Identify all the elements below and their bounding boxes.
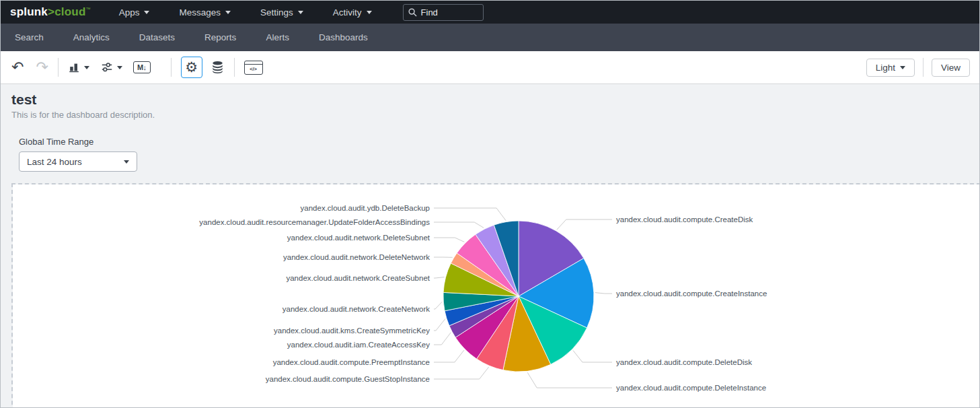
toolbar-right: Light View xyxy=(866,51,970,83)
sliders-icon xyxy=(100,61,114,73)
toolbar-divider xyxy=(234,58,235,77)
menu-activity[interactable]: Activity xyxy=(333,7,372,18)
global-inputs: Global Time Range Last 24 hours xyxy=(19,137,969,172)
leader-line xyxy=(434,350,464,362)
chevron-down-icon xyxy=(298,11,303,14)
leader-line xyxy=(434,333,451,345)
pie-slice-label: yandex.cloud.audit.network.DeleteSubnet xyxy=(287,234,430,242)
gear-icon: ⚙ xyxy=(185,59,198,75)
nav-dashboards[interactable]: Dashboards xyxy=(319,32,368,42)
pie-slice-label: yandex.cloud.audit.compute.DeleteInstanc… xyxy=(616,384,766,392)
search-input[interactable] xyxy=(421,7,475,18)
pie-slice-label: yandex.cloud.audit.compute.GuestStopInst… xyxy=(266,375,430,383)
view-button[interactable]: View xyxy=(932,59,970,77)
pie-slice-label: yandex.cloud.audit.resourcemanager.Updat… xyxy=(199,218,430,226)
leader-line xyxy=(557,219,612,230)
chevron-down-icon xyxy=(84,66,89,69)
configuration-button-selected[interactable]: ⚙ xyxy=(181,57,202,78)
pie-slice-label: yandex.cloud.audit.iam.CreateAccessKey xyxy=(287,341,430,349)
pie-slice-label: yandex.cloud.audit.compute.CreateDisk xyxy=(616,215,753,224)
menu-messages[interactable]: Messages xyxy=(179,7,231,18)
topbar-menus: Apps Messages Settings Activity xyxy=(119,7,372,18)
nav-search[interactable]: Search xyxy=(15,32,44,42)
logo-separator: > xyxy=(48,5,54,18)
edit-toolbar: ↶ ↷ M↓ ⚙ </> Light xyxy=(1,51,979,84)
menu-messages-label: Messages xyxy=(179,7,221,18)
pie-chart-panel[interactable]: yandex.cloud.audit.compute.CreateDiskyan… xyxy=(13,184,979,407)
code-icon: </> xyxy=(245,65,262,74)
pie-slice-label: yandex.cloud.audit.ydb.DeleteBackup xyxy=(301,204,430,212)
leader-line xyxy=(434,367,489,379)
menu-apps-label: Apps xyxy=(119,7,140,18)
add-chart-button[interactable] xyxy=(68,61,89,73)
nav-alerts[interactable]: Alerts xyxy=(266,32,289,42)
nav-analytics[interactable]: Analytics xyxy=(73,32,110,42)
pie-slice-label: yandex.cloud.audit.compute.DeleteDisk xyxy=(616,358,752,366)
pie-slice-label: yandex.cloud.audit.kms.CreateSymmetricKe… xyxy=(274,327,430,335)
chevron-down-icon xyxy=(144,11,149,14)
leader-line xyxy=(434,208,506,221)
chevron-down-icon xyxy=(367,11,372,14)
chevron-down-icon xyxy=(117,66,122,69)
leader-line xyxy=(527,372,612,388)
nav-reports[interactable]: Reports xyxy=(204,32,236,42)
menu-settings[interactable]: Settings xyxy=(260,7,303,18)
page-description: This is for the dashboard description. xyxy=(11,110,969,120)
topbar: splunk>cloud™ Apps Messages Settings Act… xyxy=(1,1,979,24)
menu-activity-label: Activity xyxy=(333,7,362,18)
undo-icon[interactable]: ↶ xyxy=(11,60,24,75)
view-label: View xyxy=(941,63,960,73)
bar-chart-icon xyxy=(68,61,81,73)
dashboard-content: test This is for the dashboard descripti… xyxy=(1,84,979,407)
logo-product: cloud xyxy=(54,5,85,18)
leader-line xyxy=(434,222,484,228)
search-icon xyxy=(408,8,417,17)
pie-slice-label: yandex.cloud.audit.network.DeleteNetwork xyxy=(283,253,430,261)
pie-slice-label: yandex.cloud.audit.network.CreateSubnet xyxy=(286,274,430,282)
splunk-cloud-logo[interactable]: splunk>cloud™ xyxy=(10,5,91,19)
redo-icon: ↷ xyxy=(36,60,48,75)
time-range-label: Global Time Range xyxy=(19,137,969,147)
menu-settings-label: Settings xyxy=(260,7,293,18)
app-navbar: Search Analytics Datasets Reports Alerts… xyxy=(1,24,979,51)
leader-line xyxy=(434,277,445,278)
data-sources-button[interactable] xyxy=(211,60,225,75)
time-range-value: Last 24 hours xyxy=(27,157,82,167)
chevron-down-icon xyxy=(124,160,129,164)
leader-line xyxy=(595,293,612,294)
time-range-dropdown[interactable]: Last 24 hours xyxy=(19,151,137,172)
pie-slice-label: yandex.cloud.audit.compute.PreemptInstan… xyxy=(273,358,430,366)
pie-chart-svg: yandex.cloud.audit.compute.CreateDiskyan… xyxy=(13,184,969,407)
leader-line xyxy=(573,350,612,362)
toolbar-divider xyxy=(58,58,59,77)
database-icon xyxy=(211,60,225,75)
chevron-down-icon xyxy=(900,66,905,69)
chevron-down-icon xyxy=(225,11,231,14)
theme-dropdown-button[interactable]: Light xyxy=(866,59,915,77)
leader-line xyxy=(434,319,445,331)
leader-line xyxy=(434,238,464,242)
app-window: splunk>cloud™ Apps Messages Settings Act… xyxy=(0,0,980,408)
leader-line xyxy=(434,302,442,309)
add-input-button[interactable] xyxy=(100,61,122,73)
pie-slice-label: yandex.cloud.audit.compute.CreateInstanc… xyxy=(616,290,767,298)
pie-slice-label: yandex.cloud.audit.network.CreateNetwork xyxy=(282,305,430,313)
toolbar-divider xyxy=(171,58,172,77)
nav-datasets[interactable]: Datasets xyxy=(139,32,175,42)
logo-trademark: ™ xyxy=(85,7,90,11)
view-source-button[interactable]: </> xyxy=(244,61,263,75)
toolbar-divider xyxy=(923,58,924,77)
page-title: test xyxy=(11,92,969,108)
add-markdown-button[interactable]: M↓ xyxy=(133,61,151,73)
logo-brand: splunk xyxy=(10,5,48,18)
theme-label: Light xyxy=(876,63,895,73)
menu-apps[interactable]: Apps xyxy=(119,7,150,18)
find-search-box[interactable] xyxy=(403,4,484,21)
dashboard-canvas: yandex.cloud.audit.compute.CreateDiskyan… xyxy=(11,183,979,407)
markdown-icon: M↓ xyxy=(133,61,151,73)
